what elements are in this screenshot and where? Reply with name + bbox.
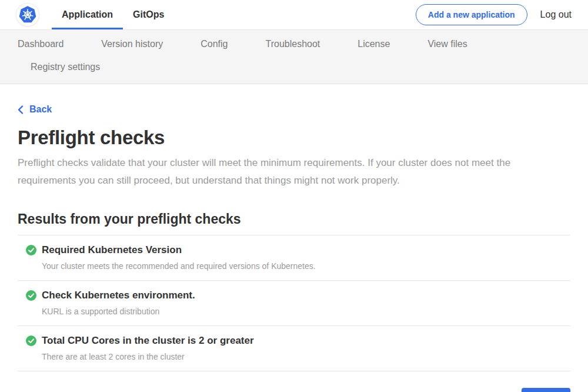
subnav-row-2: Registry settings bbox=[31, 62, 570, 72]
tab-application[interactable]: Application bbox=[52, 0, 123, 29]
check-circle-icon bbox=[26, 290, 36, 301]
check-circle-icon bbox=[26, 335, 36, 346]
preflight-results-list: Required Kubernetes Version Your cluster… bbox=[18, 235, 570, 371]
check-message: There are at least 2 cores in the cluste… bbox=[42, 352, 570, 361]
subnav-item-registry-settings[interactable]: Registry settings bbox=[31, 62, 100, 72]
check-message: Your cluster meets the recommended and r… bbox=[42, 261, 570, 271]
results-heading: Results from your preflight checks bbox=[18, 211, 570, 227]
check-row-header: Required Kubernetes Version bbox=[18, 244, 570, 256]
logout-link[interactable]: Log out bbox=[540, 9, 572, 20]
add-new-application-button[interactable]: Add a new application bbox=[416, 4, 527, 25]
check-row-header: Total CPU Cores in the cluster is 2 or g… bbox=[18, 335, 570, 347]
subnav-item-dashboard[interactable]: Dashboard bbox=[18, 39, 64, 49]
check-title: Check Kubernetes environment. bbox=[42, 290, 195, 301]
check-row-header: Check Kubernetes environment. bbox=[18, 290, 570, 301]
tab-gitops-label: GitOps bbox=[133, 9, 164, 20]
subnav-item-version-history[interactable]: Version history bbox=[101, 39, 163, 49]
check-title: Total CPU Cores in the cluster is 2 or g… bbox=[42, 335, 254, 347]
subnav-row-1: Dashboard Version history Config Trouble… bbox=[18, 39, 570, 49]
check-circle-icon bbox=[26, 245, 36, 255]
active-tab-underline bbox=[52, 28, 123, 29]
kubernetes-helm-wheel-icon bbox=[18, 5, 38, 25]
back-link[interactable]: Back bbox=[18, 104, 52, 115]
preflight-check-row: Required Kubernetes Version Your cluster… bbox=[18, 235, 570, 281]
preflight-check-row: Check Kubernetes environment. KURL is a … bbox=[18, 281, 570, 326]
subnav-item-view-files[interactable]: View files bbox=[427, 39, 467, 49]
back-link-label: Back bbox=[29, 104, 52, 115]
preflight-check-row: Total CPU Cores in the cluster is 2 or g… bbox=[18, 326, 570, 371]
top-tabs: Application GitOps bbox=[52, 0, 174, 29]
page-title: Preflight checks bbox=[18, 127, 570, 149]
chevron-left-icon bbox=[18, 105, 24, 114]
subnav-item-config[interactable]: Config bbox=[201, 39, 228, 49]
kubernetes-logo[interactable] bbox=[16, 4, 39, 26]
page-description: Preflight checks validate that your clus… bbox=[18, 154, 570, 190]
preflight-page: Back Preflight checks Preflight checks v… bbox=[0, 84, 588, 392]
check-title: Required Kubernetes Version bbox=[42, 244, 182, 256]
subnav-item-troubleshoot[interactable]: Troubleshoot bbox=[265, 39, 320, 49]
footer-actions: Re-run bbox=[18, 388, 570, 392]
rerun-button[interactable]: Re-run bbox=[522, 388, 570, 392]
tab-gitops[interactable]: GitOps bbox=[123, 0, 174, 29]
check-message: KURL is a supported distribution bbox=[42, 307, 570, 316]
app-subnav: Dashboard Version history Config Trouble… bbox=[0, 30, 588, 84]
tab-application-label: Application bbox=[62, 9, 113, 20]
subnav-item-license[interactable]: License bbox=[358, 39, 390, 49]
top-navbar: Application GitOps Add a new application… bbox=[0, 0, 588, 30]
